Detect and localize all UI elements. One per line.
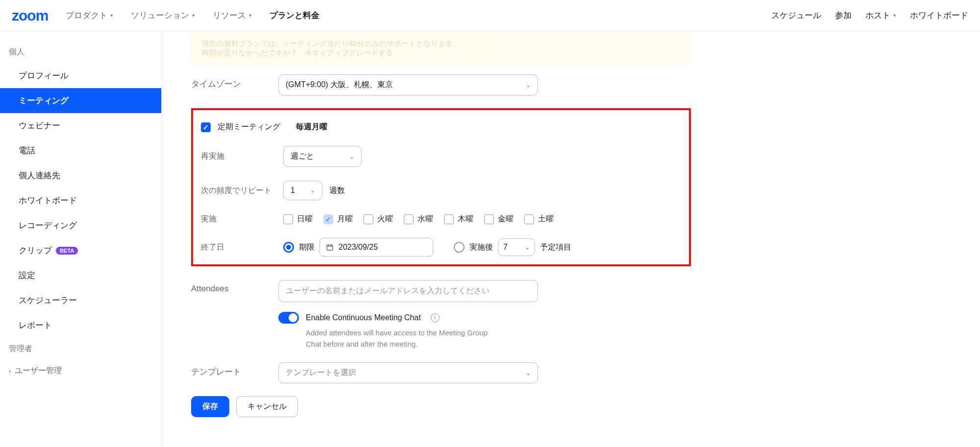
sidebar-item-reports[interactable]: レポート <box>0 313 161 338</box>
top-bar: zoom プロダクト▾ ソリューション▾ リソース▾ プランと料金 スケジュール… <box>0 0 980 31</box>
label-occurs: 実施 <box>201 214 283 224</box>
chevron-down-icon: ⌄ <box>310 187 315 194</box>
chevron-down-icon: ⌄ <box>526 370 531 376</box>
recurring-summary: 毎週月曜 <box>296 122 327 132</box>
sidebar-item-settings[interactable]: 設定 <box>0 263 161 288</box>
nav-whiteboard[interactable]: ホワイトボード <box>910 10 968 21</box>
repeat-unit: 週数 <box>329 186 345 196</box>
day-wed[interactable]: 水曜 <box>404 214 433 224</box>
recurrence-select[interactable]: 週ごと ⌄ <box>283 146 362 167</box>
day-thu[interactable]: 木曜 <box>444 214 473 224</box>
info-icon[interactable]: i <box>431 313 440 322</box>
end-by-radio[interactable] <box>283 242 294 253</box>
end-after-label: 実施後 <box>469 242 493 253</box>
zoom-logo[interactable]: zoom <box>12 7 48 24</box>
label-repeat: 次の頻度でリピート <box>201 186 283 196</box>
sidebar-item-contacts[interactable]: 個人連絡先 <box>0 163 161 188</box>
recurrence-value: 週ごと <box>291 151 314 162</box>
recurring-label: 定期ミーティング <box>218 122 280 132</box>
day-thu-checkbox[interactable] <box>444 214 454 224</box>
template-select[interactable]: テンプレートを選択 ⌄ <box>278 362 538 383</box>
nav-join[interactable]: 参加 <box>835 10 852 21</box>
nav-resources[interactable]: リソース▾ <box>213 10 252 21</box>
label-template: テンプレート <box>191 362 278 377</box>
sidebar-item-user-management[interactable]: › ユーザー管理 <box>0 360 161 382</box>
svg-rect-0 <box>327 245 333 250</box>
label-timezone: タイムゾーン <box>191 74 278 90</box>
sidebar-item-profile[interactable]: プロフィール <box>0 63 161 88</box>
nav-plans-pricing[interactable]: プランと料金 <box>270 10 319 21</box>
upgrade-banner: 現在の無料プランでは、ミーティング当たり40分のみのサポートとなります。 時間が… <box>191 31 691 66</box>
main-content: 現在の無料プランでは、ミーティング当たり40分のみのサポートとなります。 時間が… <box>162 31 710 447</box>
end-after-count-select[interactable]: 7 ⌄ <box>498 238 535 256</box>
continuous-chat-toggle[interactable] <box>278 312 299 324</box>
day-sun[interactable]: 日曜 <box>283 214 313 224</box>
cancel-button[interactable]: キャンセル <box>236 396 298 417</box>
chevron-down-icon: ⌄ <box>349 153 354 160</box>
form-actions: 保存 キャンセル <box>191 396 691 417</box>
day-sat-checkbox[interactable] <box>524 214 534 224</box>
top-nav-right: スケジュール 参加 ホスト▾ ホワイトボード <box>771 10 968 21</box>
attendees-input[interactable]: ユーザーの名前またはメールアドレスを入力してください <box>278 280 538 302</box>
sidebar-item-whiteboard[interactable]: ホワイトボード <box>0 188 161 213</box>
check-icon: ✓ <box>203 123 209 131</box>
top-nav-left: プロダクト▾ ソリューション▾ リソース▾ プランと料金 <box>66 10 771 21</box>
day-sun-checkbox[interactable] <box>283 214 293 224</box>
day-sat[interactable]: 土曜 <box>524 214 554 224</box>
chevron-down-icon: ▾ <box>192 12 195 19</box>
continuous-chat-hint: Added attendees will have access to the … <box>306 328 502 350</box>
sidebar-item-meetings[interactable]: ミーティング <box>0 88 161 113</box>
label-attendees: Attendees <box>191 280 278 294</box>
row-attendees: Attendees ユーザーの名前またはメールアドレスを入力してください Ena… <box>191 280 691 350</box>
sidebar-item-phone[interactable]: 電話 <box>0 138 161 163</box>
sidebar-section-personal: 個人 <box>0 41 161 63</box>
banner-line1: 現在の無料プランでは、ミーティング当たり40分のみのサポートとなります。 <box>202 39 680 48</box>
nav-products[interactable]: プロダクト▾ <box>66 10 113 21</box>
row-timezone: タイムゾーン (GMT+9:00) 大阪、札幌、東京 ⌄ <box>191 74 691 95</box>
row-template: テンプレート テンプレートを選択 ⌄ <box>191 362 691 383</box>
timezone-select[interactable]: (GMT+9:00) 大阪、札幌、東京 ⌄ <box>278 74 538 95</box>
row-recurrence: 再実施 週ごと ⌄ <box>201 146 681 167</box>
recurring-settings-highlight: ✓ 定期ミーティング 毎週月曜 再実施 週ごと ⌄ 次の頻度でリピート 1 ⌄ <box>191 108 691 266</box>
nav-schedule[interactable]: スケジュール <box>771 10 821 21</box>
banner-line2: 時間が足りなかったですか？ 今すぐアップグレードする <box>202 48 680 58</box>
chevron-down-icon: ⌄ <box>525 244 530 251</box>
repeat-count-select[interactable]: 1 ⌄ <box>283 181 322 200</box>
recurring-checkbox[interactable]: ✓ <box>201 122 211 132</box>
sidebar: 個人 プロフィール ミーティング ウェビナー 電話 個人連絡先 ホワイトボード … <box>0 31 162 447</box>
label-recurrence: 再実施 <box>201 151 283 162</box>
sidebar-item-recordings[interactable]: レコーディング <box>0 213 161 238</box>
day-mon-checkbox[interactable]: ✓ <box>323 214 333 224</box>
sidebar-section-admin: 管理者 <box>0 338 161 360</box>
beta-badge: BETA <box>56 247 78 255</box>
day-fri[interactable]: 金曜 <box>484 214 514 224</box>
nav-solutions[interactable]: ソリューション▾ <box>131 10 195 21</box>
day-wed-checkbox[interactable] <box>404 214 414 224</box>
end-after-count-value: 7 <box>503 243 508 252</box>
end-after-radio[interactable] <box>454 242 465 253</box>
day-tue-checkbox[interactable] <box>364 214 373 224</box>
save-button[interactable]: 保存 <box>191 396 229 417</box>
row-occurs-on: 実施 日曜 ✓月曜 火曜 水曜 木曜 金曜 土曜 <box>201 214 681 224</box>
end-by-date-value: 2023/09/25 <box>339 243 378 252</box>
end-by-date-input[interactable]: 2023/09/25 <box>319 238 433 257</box>
sidebar-item-clips[interactable]: クリップBETA <box>0 238 161 263</box>
chevron-down-icon: ▾ <box>249 12 252 19</box>
sidebar-item-webinars[interactable]: ウェビナー <box>0 113 161 138</box>
row-end-date: 終了日 期限 2023/09/25 実施後 7 ⌄ 予定項目 <box>201 238 681 257</box>
chevron-down-icon: ▾ <box>893 12 896 19</box>
row-repeat: 次の頻度でリピート 1 ⌄ 週数 <box>201 181 681 200</box>
calendar-icon <box>326 243 334 251</box>
nav-host[interactable]: ホスト▾ <box>865 10 896 21</box>
timezone-value: (GMT+9:00) 大阪、札幌、東京 <box>286 80 393 90</box>
continuous-chat-label: Enable Continuous Meeting Chat <box>306 313 421 322</box>
day-mon[interactable]: ✓月曜 <box>323 214 353 224</box>
day-tue[interactable]: 火曜 <box>364 214 393 224</box>
repeat-count-value: 1 <box>291 186 295 195</box>
row-recurring-toggle: ✓ 定期ミーティング 毎週月曜 <box>201 122 681 132</box>
check-icon: ✓ <box>325 215 331 223</box>
day-fri-checkbox[interactable] <box>484 214 494 224</box>
sidebar-item-scheduler[interactable]: スケジューラー <box>0 288 161 313</box>
template-placeholder: テンプレートを選択 <box>286 368 356 378</box>
chevron-right-icon: › <box>9 368 11 375</box>
